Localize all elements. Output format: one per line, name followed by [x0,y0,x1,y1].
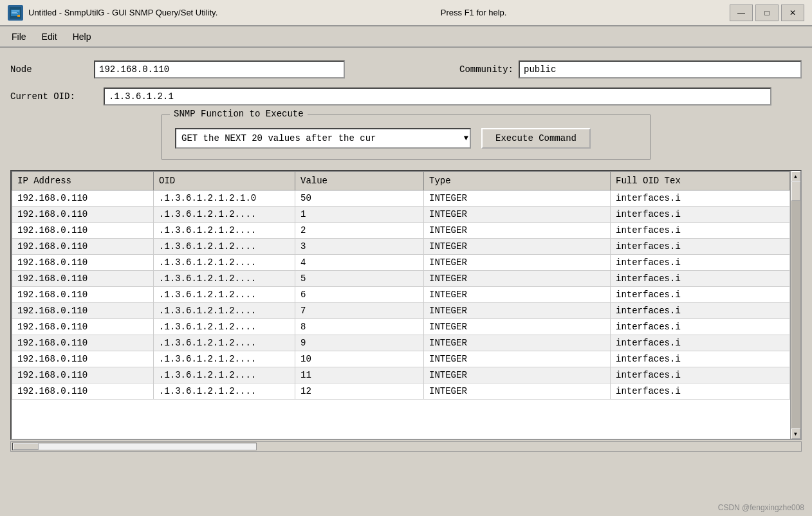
horizontal-scrollbar[interactable] [10,441,802,452]
header-ip: IP Address [12,172,154,190]
snmp-box-legend: SNMP Function to Execute [170,109,308,119]
cell-type: INTEGER [424,303,611,319]
cell-oid: .1.3.6.1.2.1.2.... [154,319,295,335]
cell-value: 8 [295,319,424,335]
execute-button[interactable]: Execute Command [481,128,591,149]
cell-oid: .1.3.6.1.2.1.2.1.0 [154,190,295,207]
table-row[interactable]: 192.168.0.110.1.3.6.1.2.1.2....9INTEGERi… [12,335,790,351]
cell-value: 12 [295,383,424,400]
menu-file[interactable]: File [5,29,33,44]
cell-type: INTEGER [424,367,611,383]
menu-bar: File Edit Help [0,26,812,47]
cell-oid: .1.3.6.1.2.1.2.... [154,223,295,239]
scrollbar-thumb[interactable] [13,443,39,450]
table-row[interactable]: 192.168.0.110.1.3.6.1.2.1.2....8INTEGERi… [12,319,790,335]
header-type: Type [424,172,611,190]
cell-oid: .1.3.6.1.2.1.2.... [154,351,295,367]
scroll-up-arrow[interactable]: ▲ [791,171,800,181]
cell-type: INTEGER [424,207,611,223]
menu-edit[interactable]: Edit [35,29,64,44]
oid-label: Current OID: [10,91,104,102]
svg-rect-4 [12,14,18,14]
cell-ip: 192.168.0.110 [12,319,154,335]
minimize-button[interactable]: — [730,5,753,21]
maximize-button[interactable]: □ [755,5,779,21]
node-community-row: Node Community: [10,60,802,78]
scrollbar-track [12,443,257,450]
cell-ip: 192.168.0.110 [12,335,154,351]
table-row[interactable]: 192.168.0.110.1.3.6.1.2.1.2....2INTEGERi… [12,223,790,239]
cell-full: interfaces.i [611,255,790,271]
cell-type: INTEGER [424,239,611,255]
cell-value: 5 [295,271,424,287]
snmp-function-box: SNMP Function to Execute GET the NEXT 20… [161,115,651,160]
snmp-select-wrapper: GET the NEXT 20 values after the curGET … [175,128,471,149]
vertical-scrollbar[interactable]: ▲ ▼ [790,171,800,439]
header-oid: OID [154,172,295,190]
header-value: Value [295,172,424,190]
cell-type: INTEGER [424,351,611,367]
cell-value: 4 [295,255,424,271]
cell-ip: 192.168.0.110 [12,383,154,400]
header-full-oid: Full OID Tex [611,172,790,190]
cell-oid: .1.3.6.1.2.1.2.... [154,383,295,400]
table-wrapper: IP Address OID Value Type Full OID Tex 1… [10,170,802,452]
svg-rect-2 [12,10,19,12]
cell-full: interfaces.i [611,319,790,335]
table-row[interactable]: 192.168.0.110.1.3.6.1.2.1.2....4INTEGERi… [12,255,790,271]
cell-full: interfaces.i [611,335,790,351]
table-container: IP Address OID Value Type Full OID Tex 1… [10,170,802,440]
table-body: 192.168.0.110.1.3.6.1.2.1.2.1.050INTEGER… [12,190,790,400]
table-row[interactable]: 192.168.0.110.1.3.6.1.2.1.2....5INTEGERi… [12,271,790,287]
cell-ip: 192.168.0.110 [12,207,154,223]
cell-value: 7 [295,303,424,319]
community-input[interactable] [519,60,802,78]
cell-value: 50 [295,190,424,207]
cell-oid: .1.3.6.1.2.1.2.... [154,367,295,383]
cell-ip: 192.168.0.110 [12,351,154,367]
cell-ip: 192.168.0.110 [12,223,154,239]
cell-type: INTEGER [424,223,611,239]
help-hint: Press F1 for help. [441,8,507,17]
title-bar: Untitled - SnmpUtilG - GUI SNMP Query/Se… [0,0,812,26]
node-input[interactable] [94,60,345,78]
main-content: Node Community: Current OID: SNMP Functi… [0,48,812,458]
cell-full: interfaces.i [611,271,790,287]
table-row[interactable]: 192.168.0.110.1.3.6.1.2.1.2....12INTEGER… [12,383,790,400]
snmp-function-select[interactable]: GET the NEXT 20 values after the curGET … [175,128,471,149]
menu-help[interactable]: Help [66,29,98,44]
table-row[interactable]: 192.168.0.110.1.3.6.1.2.1.2....3INTEGERi… [12,239,790,255]
community-label: Community: [459,64,513,75]
cell-ip: 192.168.0.110 [12,287,154,303]
cell-full: interfaces.i [611,383,790,400]
cell-type: INTEGER [424,255,611,271]
table-row[interactable]: 192.168.0.110.1.3.6.1.2.1.2....6INTEGERi… [12,287,790,303]
table-row[interactable]: 192.168.0.110.1.3.6.1.2.1.2....11INTEGER… [12,367,790,383]
scroll-down-arrow[interactable]: ▼ [791,428,800,439]
cell-oid: .1.3.6.1.2.1.2.... [154,207,295,223]
cell-full: interfaces.i [611,351,790,367]
watermark: CSDN @fengxingzhe008 [718,503,804,512]
cell-ip: 192.168.0.110 [12,255,154,271]
cell-full: interfaces.i [611,190,790,207]
oid-input[interactable] [104,88,771,106]
node-label: Node [10,64,94,75]
table-scroll[interactable]: IP Address OID Value Type Full OID Tex 1… [12,171,800,439]
cell-ip: 192.168.0.110 [12,303,154,319]
svg-rect-5 [17,15,20,17]
cell-oid: .1.3.6.1.2.1.2.... [154,271,295,287]
window-controls: — □ ✕ [730,5,804,21]
cell-value: 6 [295,287,424,303]
cell-oid: .1.3.6.1.2.1.2.... [154,255,295,271]
table-header: IP Address OID Value Type Full OID Tex [12,172,790,190]
table-row[interactable]: 192.168.0.110.1.3.6.1.2.1.2....10INTEGER… [12,351,790,367]
cell-ip: 192.168.0.110 [12,190,154,207]
cell-type: INTEGER [424,335,611,351]
table-row[interactable]: 192.168.0.110.1.3.6.1.2.1.2....1INTEGERi… [12,207,790,223]
cell-full: interfaces.i [611,287,790,303]
cell-ip: 192.168.0.110 [12,271,154,287]
table-row[interactable]: 192.168.0.110.1.3.6.1.2.1.2.1.050INTEGER… [12,190,790,207]
scroll-thumb[interactable] [791,181,800,201]
close-button[interactable]: ✕ [781,5,804,21]
table-row[interactable]: 192.168.0.110.1.3.6.1.2.1.2....7INTEGERi… [12,303,790,319]
